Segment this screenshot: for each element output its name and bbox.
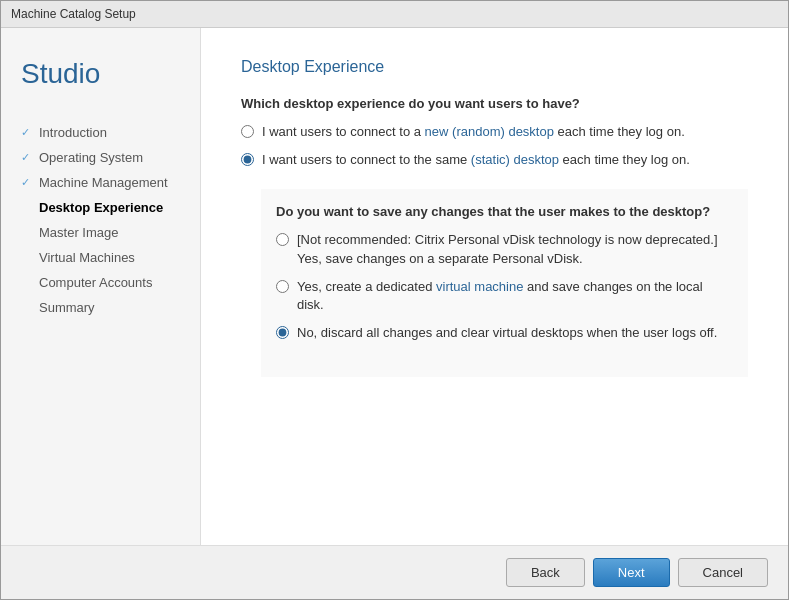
sidebar-label-operating-system: Operating System (39, 150, 143, 165)
sidebar-item-virtual-machines[interactable]: Virtual Machines (1, 245, 200, 270)
main-window: Machine Catalog Setup Studio ✓ Introduct… (0, 0, 789, 600)
next-button[interactable]: Next (593, 558, 670, 587)
check-icon-machine-management: ✓ (21, 176, 35, 189)
cancel-button[interactable]: Cancel (678, 558, 768, 587)
option2-label[interactable]: I want users to connect to the same (sta… (262, 151, 690, 169)
sub-option3-radio[interactable] (276, 326, 289, 339)
save-changes-options: [Not recommended: Citrix Personal vDisk … (276, 231, 733, 342)
sidebar-label-introduction: Introduction (39, 125, 107, 140)
question1: Which desktop experience do you want use… (241, 96, 748, 111)
option2-item: I want users to connect to the same (sta… (241, 151, 748, 169)
sub-option1-radio[interactable] (276, 233, 289, 246)
sub-option3-item: No, discard all changes and clear virtua… (276, 324, 733, 342)
content-area: Studio ✓ Introduction ✓ Operating System… (1, 28, 788, 545)
option1-highlight: new (random) desktop (425, 124, 554, 139)
sub-option2-label[interactable]: Yes, create a dedicated virtual machine … (297, 278, 733, 314)
sub-option1-item: [Not recommended: Citrix Personal vDisk … (276, 231, 733, 267)
option1-item: I want users to connect to a new (random… (241, 123, 748, 141)
sub-option2-highlight: virtual machine (436, 279, 523, 294)
sub-option2-item: Yes, create a dedicated virtual machine … (276, 278, 733, 314)
sidebar: Studio ✓ Introduction ✓ Operating System… (1, 28, 201, 545)
option1-text-before: I want users to connect to a (262, 124, 425, 139)
option1-label[interactable]: I want users to connect to a new (random… (262, 123, 685, 141)
sidebar-item-computer-accounts[interactable]: Computer Accounts (1, 270, 200, 295)
sub-option1-text: [Not recommended: Citrix Personal vDisk … (297, 232, 718, 265)
sidebar-item-introduction[interactable]: ✓ Introduction (1, 120, 200, 145)
option1-radio[interactable] (241, 125, 254, 138)
question2: Do you want to save any changes that the… (276, 204, 733, 219)
sidebar-item-master-image[interactable]: Master Image (1, 220, 200, 245)
option2-text-after: each time they log on. (559, 152, 690, 167)
sidebar-label-computer-accounts: Computer Accounts (39, 275, 152, 290)
option2-text-before: I want users to connect to the same (262, 152, 471, 167)
check-icon-introduction: ✓ (21, 126, 35, 139)
sidebar-item-operating-system[interactable]: ✓ Operating System (1, 145, 200, 170)
option1-text-after: each time they log on. (554, 124, 685, 139)
sidebar-label-desktop-experience: Desktop Experience (39, 200, 163, 215)
sub-option2-radio[interactable] (276, 280, 289, 293)
title-bar: Machine Catalog Setup (1, 1, 788, 28)
window-title: Machine Catalog Setup (11, 7, 136, 21)
option2-highlight: (static) desktop (471, 152, 559, 167)
sidebar-item-summary[interactable]: Summary (1, 295, 200, 320)
save-changes-section: Do you want to save any changes that the… (261, 189, 748, 377)
sidebar-item-desktop-experience[interactable]: Desktop Experience (1, 195, 200, 220)
sidebar-title: Studio (1, 48, 200, 120)
footer: Back Next Cancel (1, 545, 788, 599)
sidebar-item-machine-management[interactable]: ✓ Machine Management (1, 170, 200, 195)
back-button[interactable]: Back (506, 558, 585, 587)
desktop-experience-options: I want users to connect to a new (random… (241, 123, 748, 169)
sub-option3-label[interactable]: No, discard all changes and clear virtua… (297, 324, 717, 342)
sub-option3-text: No, discard all changes and clear virtua… (297, 325, 717, 340)
check-icon-operating-system: ✓ (21, 151, 35, 164)
sidebar-label-virtual-machines: Virtual Machines (39, 250, 135, 265)
sidebar-label-master-image: Master Image (39, 225, 118, 240)
main-content: Desktop Experience Which desktop experie… (201, 28, 788, 545)
option2-radio[interactable] (241, 153, 254, 166)
sub-option2-text-before: Yes, create a dedicated (297, 279, 436, 294)
sub-option1-label[interactable]: [Not recommended: Citrix Personal vDisk … (297, 231, 733, 267)
sidebar-label-machine-management: Machine Management (39, 175, 168, 190)
sidebar-label-summary: Summary (39, 300, 95, 315)
section-title: Desktop Experience (241, 58, 748, 76)
